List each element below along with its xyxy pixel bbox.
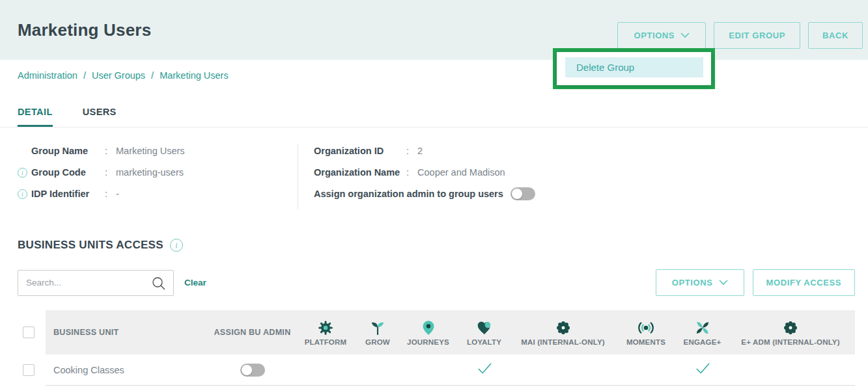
platform-gear-icon <box>317 319 334 336</box>
assign-org-admin-label: Assign organization admin to group users <box>314 189 503 199</box>
tab-users[interactable]: USERS <box>83 107 117 127</box>
column-assign-bu-admin: ASSIGN BU ADMIN <box>208 328 296 337</box>
breadcrumb-separator: / <box>83 70 86 81</box>
organization-name-value: Cooper and Madison <box>417 167 505 178</box>
engage-pinwheel-icon <box>694 319 711 336</box>
organization-id-label: Organization ID <box>314 146 406 156</box>
search-box <box>18 270 174 296</box>
idp-identifier-row: i IDP Identifier : - <box>18 187 298 200</box>
column-moments: MOMENTS <box>613 319 679 346</box>
access-check-engage <box>693 362 712 379</box>
group-name-value: Marketing Users <box>116 146 185 156</box>
idp-identifier-value: - <box>116 189 119 199</box>
assign-bu-admin-toggle[interactable] <box>240 364 265 377</box>
table-row[interactable]: Cooking Classes <box>0 354 855 386</box>
back-button[interactable]: BACK <box>808 22 863 49</box>
detail-left-column: Group Name : Marketing Users i Group Cod… <box>18 144 298 209</box>
group-code-label: Group Code <box>31 167 105 178</box>
search-input[interactable] <box>18 278 173 287</box>
detail-right-column: Organization ID : 2 Organization Name : … <box>298 144 535 209</box>
mai-gear-icon <box>555 319 572 336</box>
organization-id-value: 2 <box>417 146 423 156</box>
search-icon[interactable] <box>151 276 167 294</box>
group-code-value: marketing-users <box>116 167 184 178</box>
table-header-row: BUSINESS UNIT ASSIGN BU ADMIN PLATFORM <box>0 310 855 354</box>
column-grow: GROW <box>355 319 400 346</box>
breadcrumb-user-groups[interactable]: User Groups <box>92 70 145 81</box>
detail-panel: Group Name : Marketing Users i Group Cod… <box>0 127 868 218</box>
column-engage: ENGAGE+ <box>679 319 726 346</box>
select-all-checkbox[interactable] <box>23 327 35 338</box>
clear-search-link[interactable]: Clear <box>184 278 206 287</box>
breadcrumb-administration[interactable]: Administration <box>18 70 77 81</box>
organization-name-row: Organization Name : Cooper and Madison <box>314 166 535 179</box>
business-units-heading: BUSINESS UNITS ACCESS i <box>18 239 868 252</box>
tab-bar: DETAIL USERS <box>0 107 868 127</box>
info-icon[interactable]: i <box>18 189 27 199</box>
table-header-band: BUSINESS UNIT ASSIGN BU ADMIN PLATFORM <box>46 310 855 354</box>
chevron-down-icon <box>719 280 728 286</box>
eplus-adm-gear-icon <box>782 319 799 336</box>
tab-detail[interactable]: DETAIL <box>18 107 53 127</box>
page-title: Marketing Users <box>18 20 151 40</box>
column-business-unit: BUSINESS UNIT <box>46 328 208 337</box>
annotation-highlight: Delete Group <box>553 48 715 89</box>
grow-sprout-icon <box>369 319 386 336</box>
column-mai: MAI (INTERNAL-ONLY) <box>512 319 613 346</box>
modify-access-button[interactable]: MODIFY ACCESS <box>753 269 855 296</box>
breadcrumb-current-page: Marketing Users <box>160 70 229 81</box>
page-header: Marketing Users OPTIONS EDIT GROUP BACK <box>0 0 868 60</box>
business-units-heading-label: BUSINESS UNITS ACCESS <box>18 239 163 252</box>
column-journeys: JOURNEYS <box>400 319 456 346</box>
organization-id-row: Organization ID : 2 <box>314 144 535 157</box>
toolbar-actions: OPTIONS MODIFY ACCESS <box>656 269 855 296</box>
modify-access-button-label: MODIFY ACCESS <box>766 278 841 287</box>
column-loyalty: LOYALTY <box>456 319 512 346</box>
loyalty-heart-icon <box>476 319 493 336</box>
delete-group-label: Delete Group <box>576 62 634 73</box>
options-button-label: OPTIONS <box>634 31 675 40</box>
access-check-loyalty <box>475 362 494 379</box>
group-name-label: Group Name <box>31 146 105 156</box>
group-code-row: i Group Code : marketing-users <box>18 166 298 179</box>
edit-group-button-label: EDIT GROUP <box>729 31 785 40</box>
journeys-pin-icon <box>420 319 437 336</box>
column-platform: PLATFORM <box>296 319 355 346</box>
breadcrumb: Administration / User Groups / Marketing… <box>18 70 868 81</box>
bu-options-button[interactable]: OPTIONS <box>656 269 744 296</box>
back-button-label: BACK <box>822 31 848 40</box>
menu-item-delete-group[interactable]: Delete Group <box>565 57 703 77</box>
header-actions: OPTIONS EDIT GROUP BACK <box>617 22 863 49</box>
group-name-row: Group Name : Marketing Users <box>18 144 298 157</box>
chevron-down-icon <box>680 33 690 38</box>
row-checkbox[interactable] <box>23 364 35 376</box>
idp-identifier-label: IDP Identifier <box>31 189 105 199</box>
organization-name-label: Organization Name <box>314 167 406 178</box>
column-eplus-adm: E+ ADM (INTERNAL-ONLY) <box>726 319 855 346</box>
assign-org-admin-toggle[interactable] <box>511 187 535 200</box>
moments-signal-icon <box>636 319 656 336</box>
options-dropdown-menu: Delete Group <box>557 52 711 85</box>
business-unit-name: Cooking Classes <box>46 365 208 375</box>
info-icon[interactable]: i <box>18 168 27 178</box>
info-icon[interactable]: i <box>170 239 183 252</box>
assign-org-admin-row: Assign organization admin to group users <box>314 187 535 200</box>
options-button[interactable]: OPTIONS <box>617 22 706 49</box>
business-units-toolbar: Clear OPTIONS MODIFY ACCESS <box>18 269 855 296</box>
edit-group-button[interactable]: EDIT GROUP <box>714 22 800 49</box>
bu-options-button-label: OPTIONS <box>672 278 713 287</box>
breadcrumb-separator: / <box>151 70 154 81</box>
